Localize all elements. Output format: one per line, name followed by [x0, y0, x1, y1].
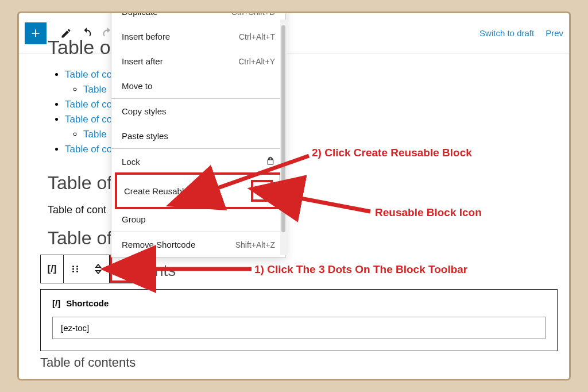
- shortcode-type-icon[interactable]: [/]: [41, 255, 64, 283]
- lock-icon: [266, 156, 275, 167]
- menu-shortcut: Ctrl+Shift+D: [231, 11, 275, 17]
- svg-point-2: [72, 268, 74, 270]
- menu-paste-styles[interactable]: Paste styles: [111, 124, 285, 148]
- toc-link[interactable]: Table of co: [65, 114, 112, 125]
- menu-duplicate[interactable]: Duplicate Ctrl+Shift+D: [111, 11, 285, 24]
- menu-insert-after[interactable]: Insert after Ctrl+Alt+Y: [111, 49, 285, 74]
- toc-link[interactable]: Table of co: [65, 144, 112, 155]
- menu-label: Move to: [122, 81, 152, 91]
- menu-label: Group: [122, 214, 146, 224]
- menu-move-to[interactable]: Move to: [111, 74, 285, 98]
- svg-point-3: [76, 268, 78, 270]
- menu-shortcut: Shift+Alt+Z: [235, 240, 275, 249]
- svg-point-5: [76, 271, 78, 272]
- menu-label: Insert after: [122, 56, 163, 66]
- menu-label: Insert before: [122, 32, 170, 41]
- block-options-dropdown: Duplicate Ctrl+Shift+D Insert before Ctr…: [111, 11, 286, 258]
- shortcode-title: Shortcode: [66, 298, 109, 308]
- shortcode-header: [/] Shortcode: [52, 298, 546, 308]
- menu-group[interactable]: Group: [111, 207, 285, 232]
- reusable-block-icon: [251, 180, 273, 202]
- menu-shortcut: Ctrl+Alt+T: [239, 32, 275, 41]
- shortcode-block: [/] Shortcode: [40, 289, 558, 351]
- menu-shortcut: Ctrl+Alt+Y: [238, 57, 275, 66]
- drag-handle-icon[interactable]: [64, 255, 87, 283]
- toc-link[interactable]: Table: [83, 84, 107, 95]
- add-block-button[interactable]: +: [25, 22, 47, 44]
- menu-create-reusable[interactable]: Create Reusable block: [115, 172, 282, 209]
- menu-label: Copy styles: [122, 106, 167, 116]
- block-toolbar: [/]: [40, 255, 136, 283]
- menu-label: Lock: [122, 157, 140, 167]
- heading-below: Table of contents: [40, 355, 136, 370]
- annotation-step2: 2) Click Create Reusable Block: [312, 147, 472, 159]
- move-updown-icon[interactable]: [87, 255, 110, 283]
- menu-insert-before[interactable]: Insert before Ctrl+Alt+T: [111, 24, 285, 49]
- annotation-step1: 1) Click The 3 Dots On The Block Toolbar: [254, 263, 467, 276]
- svg-point-4: [72, 271, 74, 272]
- shortcode-input[interactable]: [52, 317, 546, 339]
- toc-link[interactable]: Table: [83, 129, 107, 140]
- menu-lock[interactable]: Lock: [111, 149, 285, 175]
- more-options-button[interactable]: [110, 255, 135, 283]
- svg-point-0: [72, 266, 74, 267]
- menu-label: Create Reusable block: [124, 186, 211, 196]
- menu-remove-shortcode[interactable]: Remove Shortcode Shift+Alt+Z: [111, 232, 285, 257]
- shortcode-type-icon: [/]: [52, 298, 60, 308]
- three-dots-icon: [121, 264, 123, 274]
- toc-link[interactable]: Table of co: [65, 69, 112, 80]
- annotation-icon: Reusable Block Icon: [375, 206, 482, 219]
- svg-point-1: [76, 266, 78, 267]
- menu-label: Paste styles: [122, 131, 168, 141]
- dropdown-scrollbar[interactable]: [280, 20, 287, 255]
- toc-link[interactable]: Table of co: [65, 99, 112, 110]
- menu-copy-styles[interactable]: Copy styles: [111, 99, 285, 124]
- heading-partial: nts: [154, 262, 176, 280]
- editor-frame: + Switch to draft Prev Table of c Table …: [17, 11, 571, 381]
- menu-label: Duplicate: [122, 11, 158, 17]
- menu-label: Remove Shortcode: [122, 240, 195, 249]
